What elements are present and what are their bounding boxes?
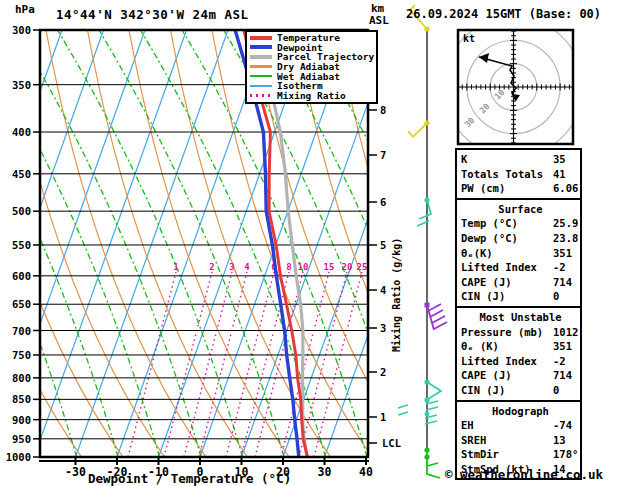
row-value: 6.06 xyxy=(553,181,578,196)
table-row: SREH13 xyxy=(461,433,580,448)
row-label: K xyxy=(461,153,467,165)
asl-unit-label: ASL xyxy=(369,14,389,27)
legend-swatch xyxy=(250,36,272,40)
row-value: 351 xyxy=(553,339,572,354)
wind-barb-half-down xyxy=(408,120,430,137)
skewt-sounding-page: { "header": { "pressure_unit": "hPa", "t… xyxy=(0,0,629,486)
x-axis-label: Dewpoint / Temperature (°C) xyxy=(88,471,291,486)
table-row: Lifted Index-2 xyxy=(461,354,580,369)
table-section-header: Most Unstable xyxy=(461,310,580,325)
legend-swatch xyxy=(250,45,272,49)
legend: TemperatureDewpointParcel TrajectoryDry … xyxy=(245,30,378,104)
table-section-most-unstable: Most UnstablePressure (mb)1012θₑ (K)351L… xyxy=(455,306,582,402)
pressure-unit-label: hPa xyxy=(15,3,35,16)
table-row: EH-74 xyxy=(461,418,580,433)
legend-swatch xyxy=(250,85,272,88)
row-label: EH xyxy=(461,419,474,431)
row-label: CIN (J) xyxy=(461,384,505,396)
table-section-indices: K35Totals Totals41PW (cm)6.06 xyxy=(455,148,582,200)
row-value: 0 xyxy=(553,383,559,398)
row-label: PW (cm) xyxy=(461,182,505,194)
wind-barb-double-left xyxy=(417,197,431,226)
legend-swatch xyxy=(250,94,272,97)
table-row: Dewp (°C)23.8 xyxy=(461,231,580,246)
table-row: CAPE (J)714 xyxy=(461,275,580,290)
table-row: K35 xyxy=(461,152,580,167)
table-section-surface: SurfaceTemp (°C)25.9Dewp (°C)23.8θₑ(K)35… xyxy=(455,198,582,308)
table-row: Temp (°C)25.9 xyxy=(461,216,580,231)
row-label: CAPE (J) xyxy=(461,276,512,288)
table-row: Pressure (mb)1012 xyxy=(461,325,580,340)
table-row: PW (cm)6.06 xyxy=(461,181,580,196)
row-label: Pressure (mb) xyxy=(461,326,543,338)
row-value: 25.9 xyxy=(553,216,578,231)
row-label: CIN (J) xyxy=(461,290,505,302)
row-value: -2 xyxy=(553,354,566,369)
row-label: Temp (°C) xyxy=(461,217,518,229)
table-row: Totals Totals41 xyxy=(461,167,580,182)
mixing-ratio-axis-label: Mixing Ratio (g/kg) xyxy=(391,202,402,352)
page-title: 14°44'N 342°30'W 24m ASL xyxy=(56,7,249,22)
legend-swatch xyxy=(250,75,272,78)
copyright-footer: © weatheronline.co.uk xyxy=(445,467,603,482)
row-value: -74 xyxy=(553,418,572,433)
wind-barb-hatch xyxy=(425,303,448,331)
row-value: 23.8 xyxy=(553,231,578,246)
row-value: 714 xyxy=(553,275,572,290)
row-label: θₑ(K) xyxy=(461,247,493,259)
legend-swatch xyxy=(250,65,272,68)
row-label: SREH xyxy=(461,434,486,446)
datetime-label: 26.09.2024 15GMT (Base: 00) xyxy=(406,7,601,21)
row-label: Dewp (°C) xyxy=(461,232,518,244)
row-value: 714 xyxy=(553,368,572,383)
table-row: Lifted Index-2 xyxy=(461,260,580,275)
row-label: StmDir xyxy=(461,448,499,460)
row-label: Lifted Index xyxy=(461,355,537,367)
row-value: 351 xyxy=(553,246,572,261)
table-row: CIN (J)0 xyxy=(461,289,580,304)
legend-swatch xyxy=(250,55,272,59)
row-value: 178° xyxy=(553,447,578,462)
table-row: StmDir178° xyxy=(461,447,580,462)
row-value: -2 xyxy=(553,260,566,275)
table-row: θₑ(K)351 xyxy=(461,246,580,261)
row-label: Lifted Index xyxy=(461,261,537,273)
row-value: 13 xyxy=(553,433,566,448)
row-value: 0 xyxy=(553,289,559,304)
table-row: CIN (J)0 xyxy=(461,383,580,398)
row-value: 41 xyxy=(553,167,566,182)
row-value: 1012 xyxy=(553,325,578,340)
table-section-header: Hodograph xyxy=(461,404,580,419)
wind-barb-foot xyxy=(424,447,440,478)
row-value: 35 xyxy=(553,152,566,167)
table-row: CAPE (J)714 xyxy=(461,368,580,383)
legend-item-mixing-ratio: Mixing Ratio xyxy=(250,91,376,101)
row-label: Totals Totals xyxy=(461,168,543,180)
table-section-header: Surface xyxy=(461,202,580,217)
row-label: CAPE (J) xyxy=(461,369,512,381)
legend-label: Mixing Ratio xyxy=(277,90,346,101)
table-row: θₑ (K)351 xyxy=(461,339,580,354)
indices-table: K35Totals Totals41PW (cm)6.06SurfaceTemp… xyxy=(455,150,582,480)
row-label: θₑ (K) xyxy=(461,340,499,352)
wind-barb-cluster xyxy=(398,397,438,424)
